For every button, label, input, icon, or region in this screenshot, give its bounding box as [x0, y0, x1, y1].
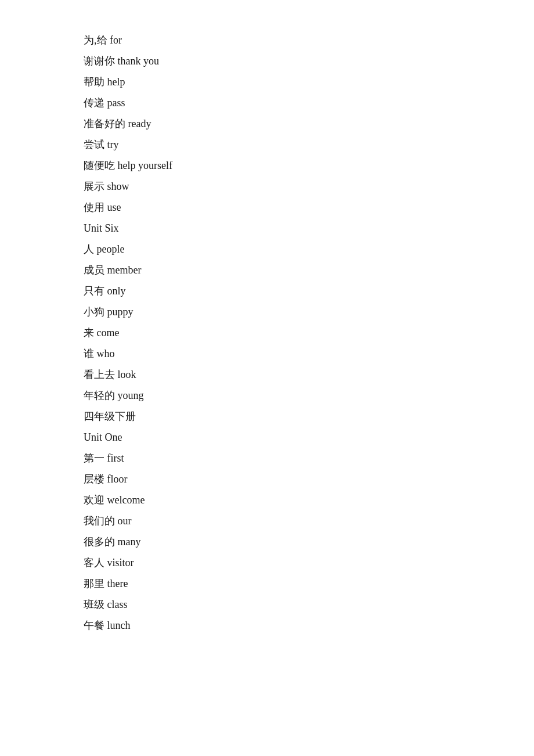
list-item: 谁 who [84, 348, 534, 359]
list-item: 小狗 puppy [84, 307, 534, 317]
page-content: 为,给 for谢谢你 thank you帮助 help传递 pass准备好的 r… [0, 0, 534, 676]
list-item: 使用 use [84, 202, 534, 213]
list-item: 第一 first [84, 453, 534, 463]
list-item: 客人 visitor [84, 557, 534, 568]
list-item: 帮助 help [84, 77, 534, 87]
list-item: 谢谢你 thank you [84, 56, 534, 66]
list-item: 午餐 lunch [84, 620, 534, 631]
list-item: 那里 there [84, 578, 534, 589]
list-item: 成员 member [84, 265, 534, 275]
list-item: 只有 only [84, 286, 534, 296]
list-item: 四年级下册 [84, 411, 534, 422]
list-item: 人 people [84, 244, 534, 254]
list-item: 年轻的 young [84, 390, 534, 401]
list-item: 欢迎 welcome [84, 495, 534, 505]
list-item: 随便吃 help yourself [84, 160, 534, 171]
list-item: 很多的 many [84, 537, 534, 547]
list-item: 层楼 floor [84, 474, 534, 484]
list-item: 展示 show [84, 181, 534, 192]
list-item: 来 come [84, 327, 534, 338]
list-item: Unit Six [84, 223, 534, 233]
list-item: 准备好的 ready [84, 118, 534, 129]
list-item: 为,给 for [84, 35, 534, 45]
list-item: 看上去 look [84, 369, 534, 380]
list-item: 我们的 our [84, 516, 534, 526]
list-item: Unit One [84, 432, 534, 442]
list-item: 尝试 try [84, 139, 534, 150]
list-item: 传递 pass [84, 98, 534, 108]
list-item: 班级 class [84, 599, 534, 610]
